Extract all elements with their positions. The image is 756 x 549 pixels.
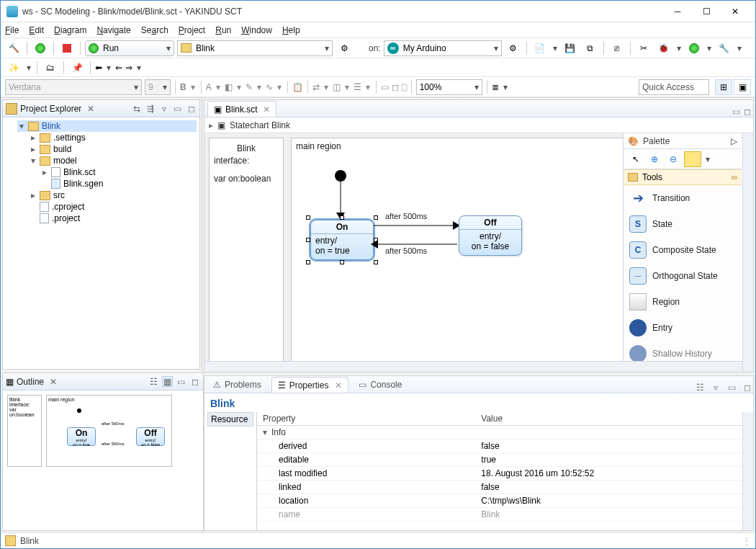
tool-icon[interactable]: ⎚ (608, 40, 626, 56)
save-all-button[interactable]: ⧉ (582, 40, 599, 56)
ext-tools-button[interactable]: 🔧 (716, 40, 733, 56)
pal-composite-state[interactable]: CComposite State (624, 237, 742, 263)
zoom-combo[interactable]: 100%▾ (416, 79, 482, 95)
linestyle-button[interactable]: ∿ (266, 82, 273, 92)
menu-window[interactable]: Window (241, 25, 272, 35)
state-off[interactable]: Off entry/on = false (459, 215, 522, 256)
maximize-view-button[interactable]: ◻ (186, 103, 197, 114)
bug-button[interactable]: 🐞 (655, 40, 672, 56)
view-menu-button[interactable]: ▿ (158, 103, 169, 114)
menu-help[interactable]: Help (282, 25, 300, 35)
menu-project[interactable]: Project (179, 25, 205, 35)
layout-button[interactable]: 🗂 (42, 60, 59, 76)
pal-shallow-history[interactable]: Shallow History (624, 341, 742, 361)
tree-item-project[interactable]: .project (29, 213, 197, 224)
note-tool[interactable] (684, 151, 701, 167)
pin-button[interactable]: 📌 (68, 60, 86, 76)
prop-row-location[interactable]: locationC:\tmp\ws\Blink (257, 494, 742, 508)
pal-orthogonal-state[interactable]: ---Orthogonal State (624, 263, 742, 289)
bold-button[interactable]: B (180, 82, 186, 92)
distribute-button[interactable]: ◫ (333, 82, 341, 92)
quick-access[interactable]: Quick Access (639, 79, 709, 95)
tab-problems[interactable]: ⚠Problems (207, 377, 267, 393)
tree-item-model[interactable]: ▾model (29, 155, 197, 166)
pal-transition[interactable]: ➔Transition (624, 185, 742, 211)
minimize-editor-button[interactable]: ▭ (730, 107, 742, 117)
link-editor-button[interactable]: ⇶ (145, 103, 156, 114)
align-button[interactable]: ☰ (354, 82, 361, 92)
copy-appearance-button[interactable]: 📋 (292, 82, 303, 92)
outline-tree-button[interactable]: ☷ (148, 376, 159, 387)
col-value[interactable]: Value (475, 412, 742, 426)
zoom-out-tool[interactable]: ⊖ (665, 151, 681, 167)
properties-vscroll[interactable] (742, 412, 753, 530)
board-combo[interactable]: ∞ My Arduino ▾ (384, 40, 502, 56)
fillcolor-button[interactable]: ◧ (225, 82, 233, 92)
prop-row-lastmodified[interactable]: last modified18. August 2016 um 10:52:52 (257, 467, 742, 481)
tree-item-cproject[interactable]: .cproject (29, 201, 197, 213)
tree-item-blink-sct[interactable]: ▸Blink.sct (40, 166, 197, 178)
minimize-view-button[interactable]: ▭ (172, 103, 183, 114)
prop-row-derived[interactable]: derivedfalse (257, 439, 742, 453)
view-dropdown-bottom[interactable]: ▿ (710, 383, 721, 393)
open-perspective-button[interactable]: ⊞ (715, 79, 732, 95)
menu-diagram[interactable]: Diagram (54, 25, 86, 35)
palette-collapse-icon[interactable]: ▷ (731, 136, 737, 146)
board-config-button[interactable]: ⚙ (505, 40, 522, 56)
new-button[interactable]: 📄 (531, 40, 549, 56)
linecolor-button[interactable]: ✎ (246, 82, 253, 92)
tree-root[interactable]: ▾Blink (17, 120, 197, 132)
palette-header[interactable]: 🎨 Palette ▷ (624, 133, 742, 149)
group-button[interactable]: ▭ (381, 82, 389, 92)
run-button[interactable] (32, 40, 49, 56)
minimize-outline-button[interactable]: ▭ (176, 376, 186, 387)
nav-left-icon[interactable]: ⇐ (115, 63, 122, 73)
launch-mode-combo[interactable]: Run ▾ (85, 40, 174, 56)
outline-canvas[interactable]: Blinkinterface:var on:boolean main regio… (3, 390, 203, 530)
select-tool[interactable]: ↖ (628, 151, 644, 167)
launch-config-button[interactable]: ⚙ (336, 40, 353, 56)
run-dropdown[interactable] (685, 40, 703, 56)
editor-vscroll[interactable] (742, 133, 753, 372)
wand-button[interactable]: ✨ (5, 60, 22, 76)
layers-button[interactable]: ≣ (492, 82, 499, 92)
category-resource[interactable]: Resource (207, 412, 253, 427)
menu-navigate[interactable]: Navigate (96, 25, 130, 35)
cut-button[interactable]: ✂ (635, 40, 652, 56)
maximize-outline-button[interactable]: ◻ (189, 376, 200, 387)
collapse-all-button[interactable]: ⇆ (131, 103, 142, 114)
autolayout-button[interactable]: ⇄ (312, 82, 320, 92)
prop-group-info[interactable]: Info (271, 427, 286, 437)
fontsize-combo[interactable]: 9▾ (145, 79, 171, 95)
transition-off-on-label[interactable]: after 500ms (385, 246, 427, 255)
editor-tab-blink[interactable]: ▣ Blink.sct ✕ (207, 101, 276, 117)
menu-search[interactable]: Search (141, 25, 168, 35)
maximize-button[interactable]: ☐ (692, 3, 721, 20)
prop-row-editable[interactable]: editabletrue (257, 453, 742, 467)
ungroup-button[interactable]: ◻ (392, 82, 399, 92)
tree-item-src[interactable]: ▸src (29, 189, 197, 201)
transition-on-off-label[interactable]: after 500ms (385, 212, 427, 220)
build-button[interactable]: 🔨 (5, 40, 22, 56)
pal-state[interactable]: SState (624, 211, 742, 237)
nav-right-icon[interactable]: ⇒ (125, 63, 132, 73)
prop-row-name[interactable]: nameBlink (257, 508, 742, 522)
arrange-button[interactable]: ⎕ (402, 82, 407, 92)
prop-row-linked[interactable]: linkedfalse (257, 481, 742, 494)
launch-target-combo[interactable]: Blink ▾ (177, 40, 333, 56)
stop-button[interactable] (58, 40, 76, 56)
menu-edit[interactable]: Edit (29, 25, 44, 35)
menu-run[interactable]: Run (215, 25, 231, 35)
close-button[interactable]: ✕ (721, 3, 750, 20)
maximize-editor-button[interactable]: ◻ (742, 107, 753, 117)
font-combo[interactable]: Verdana▾ (5, 79, 142, 95)
nav-back-icon[interactable]: ⬅ (95, 63, 102, 73)
pal-entry[interactable]: Entry (624, 315, 742, 341)
tree-item-blink-sgen[interactable]: Blink.sgen (40, 178, 197, 189)
tree-item-settings[interactable]: ▸.settings (29, 132, 197, 143)
menu-file[interactable]: File (5, 25, 19, 35)
view-menu-bottom[interactable]: ☷ (694, 383, 706, 393)
editor-canvas[interactable]: Blink interface: var on:boolean main reg… (204, 133, 753, 372)
close-view-icon[interactable]: ✕ (86, 104, 96, 114)
state-on[interactable]: On entry/on = true (310, 220, 374, 260)
